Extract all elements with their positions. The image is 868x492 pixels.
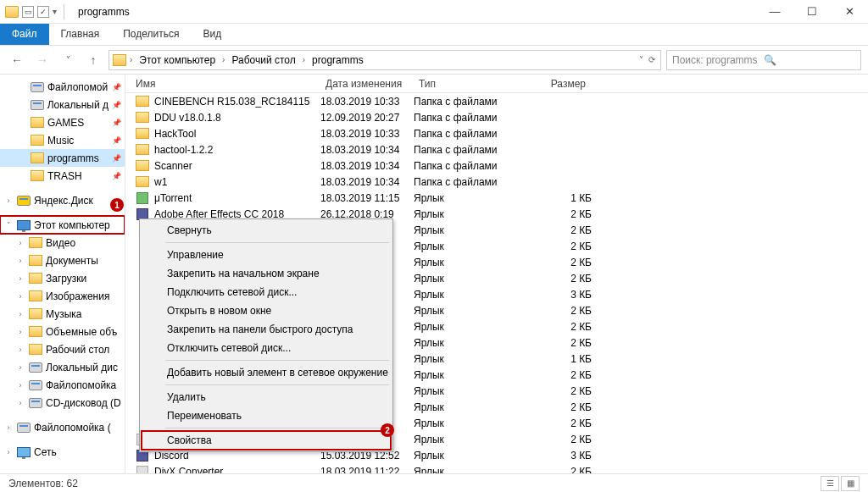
sidebar-item[interactable]: ›Музыка: [0, 305, 125, 323]
table-row[interactable]: μTorrent18.03.2019 11:15Ярлык1 КБ: [125, 190, 868, 206]
folder-icon: [113, 54, 126, 66]
sidebar-item[interactable]: Локальный д📌: [0, 96, 125, 113]
view-details-button[interactable]: ☰: [821, 476, 839, 491]
folder-icon: [5, 6, 19, 18]
menu-item[interactable]: Подключить сетевой диск...: [142, 283, 391, 301]
sidebar-item[interactable]: Music📌: [0, 131, 125, 149]
breadcrumb[interactable]: Рабочий стол: [228, 54, 298, 66]
maximize-button[interactable]: ☐: [793, 0, 831, 24]
breadcrumb[interactable]: programms: [309, 54, 367, 66]
table-row[interactable]: HackTool18.03.2019 10:33Папка с файлами: [125, 125, 868, 141]
sidebar-item[interactable]: ›CD-дисковод (D: [0, 394, 125, 412]
sidebar-this-pc[interactable]: ˅Этот компьютер: [0, 216, 125, 234]
address-dropdown[interactable]: ˅: [637, 55, 645, 64]
search-placeholder: Поиск: programms: [672, 54, 764, 66]
table-row[interactable]: CINEBENCH R15.038_RC18411518.03.2019 10:…: [125, 93, 868, 109]
menu-item[interactable]: Открыть в новом окне: [142, 301, 391, 320]
qat-button[interactable]: ✓: [37, 6, 49, 18]
table-row[interactable]: Scanner18.03.2019 10:34Папка с файлами: [125, 158, 868, 174]
menu-item[interactable]: Добавить новый элемент в сетевое окружен…: [142, 363, 391, 382]
table-row[interactable]: DivX Converter18.03.2019 11:22Ярлык2 КБ: [125, 463, 868, 473]
sidebar-yandex[interactable]: ›Яндекс.Диск: [0, 191, 125, 209]
sidebar-item[interactable]: Файлопомой📌: [0, 78, 125, 96]
sidebar-item[interactable]: ›Документы: [0, 252, 125, 269]
context-menu[interactable]: СвернутьУправлениеЗакрепить на начальном…: [139, 218, 393, 452]
recent-dropdown[interactable]: ˅: [58, 50, 78, 70]
qat-dropdown[interactable]: ▾: [53, 7, 57, 16]
nav-bar: ← → ˅ ↑ › Этот компьютер › Рабочий стол …: [0, 46, 868, 75]
table-row[interactable]: DDU v18.0.1.812.09.2019 20:27Папка с фай…: [125, 109, 868, 125]
sidebar-item[interactable]: ›Локальный дис: [0, 358, 125, 376]
col-date[interactable]: Дата изменения: [320, 78, 414, 90]
refresh-button[interactable]: ⟳: [647, 55, 657, 64]
minimize-button[interactable]: —: [756, 0, 793, 24]
menu-item[interactable]: Закрепить на панели быстрого доступа: [142, 320, 391, 339]
sidebar-item[interactable]: ›Загрузки: [0, 269, 125, 287]
search-icon: 🔍: [764, 54, 855, 66]
sidebar-item[interactable]: ›Объемные объ: [0, 323, 125, 340]
sidebar-item[interactable]: TRASH📌: [0, 167, 125, 185]
col-size[interactable]: Размер: [524, 78, 592, 90]
shield-icon: [147, 248, 160, 262]
annotation-marker-1: 1: [110, 198, 124, 212]
menu-separator: [165, 242, 389, 243]
chevron-right-icon[interactable]: ›: [220, 55, 226, 64]
tab-view[interactable]: Вид: [191, 24, 233, 45]
forward-button[interactable]: →: [32, 50, 53, 70]
sidebar-item[interactable]: ›Файлопомойка: [0, 376, 125, 394]
view-icons-button[interactable]: ▦: [841, 476, 860, 491]
nav-tree[interactable]: Файлопомой📌Локальный д📌GAMES📌Music📌progr…: [0, 75, 125, 473]
search-input[interactable]: Поиск: programms 🔍: [666, 50, 861, 70]
menu-item[interactable]: Удалить: [142, 388, 391, 406]
ribbon: Файл Главная Поделиться Вид: [0, 24, 868, 46]
menu-separator: [165, 384, 389, 385]
up-button[interactable]: ↑: [83, 50, 103, 70]
title-bar: ▭ ✓ ▾ programms — ☐ ✕: [0, 0, 868, 24]
menu-item[interactable]: Свернуть: [142, 221, 391, 240]
tab-file[interactable]: Файл: [0, 24, 49, 45]
table-row[interactable]: w118.03.2019 10:34Папка с файлами: [125, 174, 868, 190]
address-bar[interactable]: › Этот компьютер › Рабочий стол › progra…: [108, 50, 661, 70]
breadcrumb[interactable]: Этот компьютер: [136, 54, 219, 66]
sidebar-item[interactable]: ›Рабочий стол: [0, 340, 125, 358]
menu-item[interactable]: Отключить сетевой диск...: [142, 339, 391, 357]
menu-item[interactable]: Свойства: [142, 431, 391, 450]
chevron-right-icon[interactable]: ›: [128, 55, 134, 64]
col-name[interactable]: Имя: [125, 78, 320, 90]
sidebar-item[interactable]: ›Изображения: [0, 287, 125, 305]
sidebar-network[interactable]: ›Сеть: [0, 443, 125, 461]
column-headers[interactable]: Имя Дата изменения Тип Размер: [125, 75, 868, 93]
item-count: Элементов: 62: [8, 478, 78, 489]
menu-item[interactable]: Переименовать: [142, 406, 391, 425]
annotation-marker-2: 2: [381, 423, 394, 437]
window-title: programms: [73, 6, 130, 18]
back-button[interactable]: ←: [7, 50, 27, 70]
qat-button[interactable]: ▭: [22, 6, 34, 18]
status-bar: Элементов: 62 ☰ ▦: [0, 473, 868, 492]
sidebar-item[interactable]: GAMES📌: [0, 113, 125, 131]
menu-separator: [165, 360, 389, 361]
sidebar-item[interactable]: programms📌: [0, 149, 125, 167]
tab-share[interactable]: Поделиться: [111, 24, 191, 45]
menu-item[interactable]: Управление: [142, 246, 391, 264]
menu-separator: [165, 428, 389, 428]
menu-item[interactable]: Закрепить на начальном экране: [142, 264, 391, 283]
chevron-right-icon[interactable]: ›: [301, 55, 307, 64]
sidebar-item[interactable]: ›Файлопомойка (: [0, 418, 125, 436]
table-row[interactable]: hactool-1.2.218.03.2019 10:34Папка с фай…: [125, 141, 868, 158]
tab-home[interactable]: Главная: [49, 24, 112, 45]
col-type[interactable]: Тип: [414, 78, 524, 90]
close-button[interactable]: ✕: [831, 0, 868, 24]
sidebar-item[interactable]: ›Видео: [0, 234, 125, 252]
